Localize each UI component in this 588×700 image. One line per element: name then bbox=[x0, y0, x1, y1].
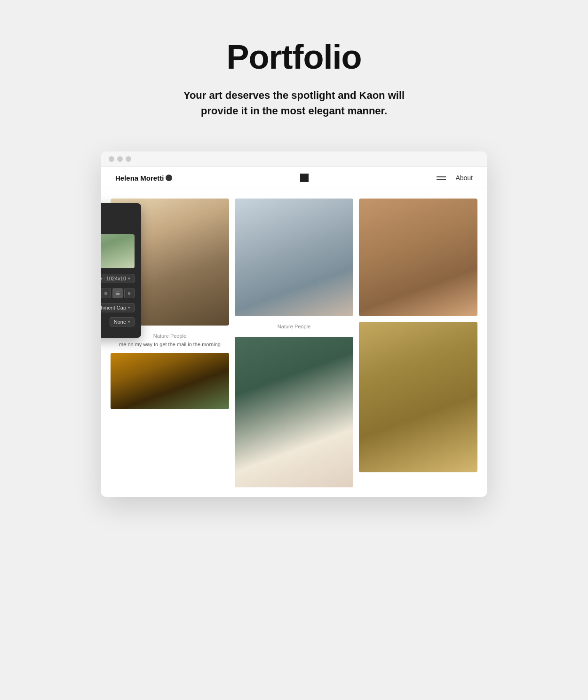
browser-dot-2 bbox=[117, 156, 123, 162]
gallery-image-woman-flower bbox=[235, 337, 353, 487]
site-header: Helena Moretti About bbox=[101, 167, 487, 189]
site-nav-about[interactable]: About bbox=[455, 174, 473, 182]
image-panel: ▼ Image Choose Image Image Size Large · … bbox=[101, 203, 141, 338]
gallery-item-two-women[interactable] bbox=[235, 199, 353, 316]
gallery-item-film-woman[interactable] bbox=[359, 199, 477, 316]
panel-section-header: ▼ Image bbox=[101, 210, 135, 216]
gallery-item-door[interactable] bbox=[111, 353, 229, 409]
panel-link-dropdown[interactable]: None ▾ bbox=[110, 317, 135, 326]
hero-subtitle: Your art deserves the spotlight and Kaon… bbox=[172, 88, 416, 119]
gallery-image-two-women bbox=[235, 199, 353, 316]
gallery-item1-text: me on my way to get the mail in the morn… bbox=[111, 341, 229, 347]
panel-image-preview[interactable] bbox=[101, 234, 135, 268]
browser-dot-1 bbox=[109, 156, 114, 162]
site-header-right: About bbox=[437, 174, 473, 182]
align-right-button[interactable]: ≡ bbox=[124, 288, 135, 298]
hero-title: Portfolio bbox=[172, 38, 416, 76]
panel-image-size-row: Image Size Large · 1024x10 ▾ bbox=[101, 274, 135, 283]
align-center-button[interactable]: ☰ bbox=[112, 288, 123, 298]
site-logo-badge bbox=[166, 175, 172, 181]
site-content: ▼ Image Choose Image Image Size Large · … bbox=[101, 189, 487, 497]
panel-image-size-dropdown[interactable]: Large · 1024x10 ▾ bbox=[101, 274, 135, 283]
browser-window: Helena Moretti About ▼ Image Choose Imag… bbox=[101, 151, 487, 497]
gallery-grid: ▼ Image Choose Image Image Size Large · … bbox=[111, 199, 477, 487]
panel-choose-image-row: Choose Image bbox=[101, 223, 135, 230]
panel-dropdown-arrow-size: ▾ bbox=[128, 276, 130, 281]
panel-caption-value: Attachment Cap bbox=[101, 305, 126, 310]
hamburger-icon[interactable] bbox=[437, 176, 446, 180]
browser-dot-3 bbox=[126, 156, 131, 162]
panel-link-row: Link None ▾ bbox=[101, 317, 135, 326]
gallery-col-2: Nature People bbox=[235, 199, 353, 487]
panel-alignment-buttons: ≡ ☰ ≡ bbox=[101, 288, 135, 298]
align-left-button[interactable]: ≡ bbox=[101, 288, 111, 298]
hero-section: Portfolio Your art deserves the spotligh… bbox=[162, 0, 426, 142]
panel-alignment-row: Alignment ≡ ☰ ≡ bbox=[101, 288, 135, 298]
gallery-image-hat bbox=[359, 322, 477, 472]
panel-image-size-value: Large · 1024x10 bbox=[101, 276, 126, 281]
gallery-item-woman-flower[interactable] bbox=[235, 337, 353, 487]
gallery-col-3 bbox=[359, 199, 477, 487]
gallery-item-hat[interactable] bbox=[359, 322, 477, 472]
gallery-image-film-woman bbox=[359, 199, 477, 316]
panel-caption-row: Caption Attachment Cap ▾ bbox=[101, 303, 135, 312]
panel-dropdown-arrow-link: ▾ bbox=[128, 319, 130, 324]
site-logo-text: Helena Moretti bbox=[115, 174, 164, 182]
gallery-item2-tags: Nature People bbox=[235, 322, 353, 331]
panel-dropdown-arrow-caption: ▾ bbox=[128, 305, 130, 310]
panel-caption-dropdown[interactable]: Attachment Cap ▾ bbox=[101, 303, 135, 312]
gallery-image-door bbox=[111, 353, 229, 409]
site-header-center-icon bbox=[300, 174, 309, 182]
browser-bar bbox=[101, 151, 487, 167]
site-logo: Helena Moretti bbox=[115, 174, 172, 182]
panel-link-value: None bbox=[114, 319, 126, 325]
